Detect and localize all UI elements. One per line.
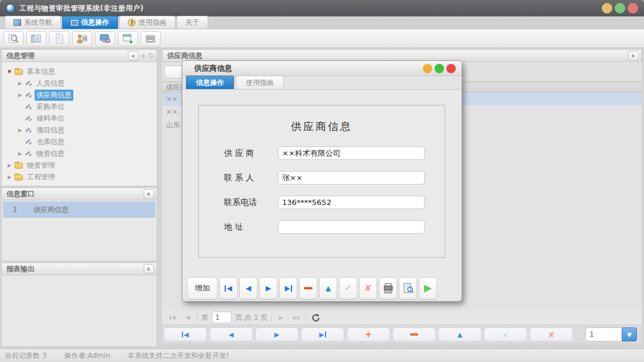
dialog-minimize-button[interactable] [423, 64, 432, 73]
tree-item-label: 人员信息 [35, 78, 66, 89]
chevron-right-icon[interactable]: ▶ [6, 163, 12, 168]
tree-item-basic-info[interactable]: ▼ 基本信息 [2, 66, 157, 77]
list-view-button[interactable] [26, 31, 46, 46]
dialog-tab-bar: 信息操作 使用指南 [182, 76, 462, 90]
window-controls [602, 3, 638, 13]
edit-record-button[interactable]: ▲ [438, 327, 482, 341]
combo-dropdown-button[interactable]: ▼ [622, 327, 637, 341]
search-button[interactable] [4, 31, 23, 46]
add-icon[interactable]: + [140, 52, 147, 60]
page-number-input[interactable] [212, 312, 232, 323]
cancel-record-button[interactable]: ✘ [530, 327, 573, 341]
add-button[interactable]: 增加 [187, 277, 218, 299]
tree-item-material-management[interactable]: ▶ 物资管理 [2, 159, 157, 171]
edit-record-button[interactable]: ▲ [319, 277, 337, 299]
print-button[interactable] [379, 277, 397, 299]
operator-status: 操作者:Admin [64, 351, 110, 361]
chevron-right-icon[interactable]: ▶ [17, 151, 23, 156]
cancel-button[interactable]: ✘ [359, 277, 377, 299]
tab-label: 使用指南 [246, 78, 274, 88]
dialog-tab-user-guide[interactable]: 使用指南 [236, 76, 284, 89]
next-record-button[interactable]: ▶ [255, 327, 299, 341]
tree-item-purchasing-unit[interactable]: ▶ 采购单位 [2, 101, 157, 112]
list-item[interactable]: 1 供应商信息 [3, 202, 155, 218]
collapse-panel-button[interactable]: « [144, 264, 154, 274]
printer-icon [382, 283, 394, 293]
last-record-button[interactable]: ▶ [279, 277, 297, 299]
prev-page-button[interactable]: ◀ [182, 312, 194, 323]
print-preview-button[interactable] [399, 277, 417, 299]
last-page-button[interactable]: ▶ [290, 312, 302, 323]
first-record-button[interactable]: ◀ [164, 327, 207, 341]
tree-item-personnel-info[interactable]: ▶ 人员信息 [2, 77, 157, 89]
tab-info-operation[interactable]: 信息操作 [62, 16, 118, 29]
record-nav-toolbar: ◀ ◀ ▶ ▶ + ▲ ✓ ✘ ▼ [162, 326, 642, 343]
close-button[interactable] [628, 3, 638, 13]
chevron-right-icon[interactable]: ▶ [6, 175, 12, 180]
collapse-sidebar-button[interactable]: « [128, 51, 138, 60]
minimize-button[interactable] [602, 3, 612, 13]
tool-icon [25, 138, 32, 145]
collapse-panel-button[interactable]: « [628, 51, 639, 60]
dialog-maximize-button[interactable] [435, 64, 444, 73]
last-record-button[interactable]: ▶ [301, 327, 344, 341]
dialog-close-button[interactable] [446, 64, 456, 73]
refresh-icon [311, 313, 320, 322]
cell-supplier: ×× [166, 108, 178, 116]
tree-item-warehouse-info[interactable]: ▶ 仓库信息 [2, 136, 157, 148]
confirm-button[interactable]: ✓ [339, 277, 357, 299]
delete-record-button[interactable] [392, 327, 436, 341]
tree-item-label: 项目信息 [35, 125, 66, 136]
contact-phone-input[interactable] [278, 196, 425, 209]
monitor-globe-icon [99, 33, 111, 44]
tree-item-material-request-unit[interactable]: ▶ 领料单位 [2, 112, 157, 124]
dialog-tab-info-operation[interactable]: 信息操作 [186, 76, 234, 89]
tree-item-supplier-info[interactable]: ▶ 供应商信息 [2, 89, 157, 101]
document-button[interactable] [49, 31, 69, 46]
info-management-panel-header: 信息管理 « + ↻ [1, 49, 157, 62]
tree-item-label: 供应商信息 [35, 90, 73, 101]
window-title: 工程与物资审批管理系统(非注册用户) [19, 4, 144, 13]
form-row-address: 地 址 [224, 220, 425, 234]
confirm-record-button[interactable]: ✓ [484, 327, 527, 341]
tree-item-project-info[interactable]: ▶ 项目信息 [2, 124, 157, 136]
next-page-button[interactable]: ▶ [275, 312, 287, 323]
delete-record-button[interactable] [299, 277, 317, 299]
maximize-button[interactable] [615, 3, 625, 13]
chevron-right-icon[interactable]: ▶ [17, 128, 23, 133]
record-count-combo: ▼ [585, 327, 637, 341]
first-page-button[interactable]: ◀ [167, 312, 178, 323]
refresh-icon[interactable]: ↻ [148, 52, 154, 59]
address-input[interactable] [278, 220, 425, 234]
chevron-right-icon[interactable]: ▶ [17, 81, 23, 86]
grid-pager: ◀ ◀ 第 页,共 1 页 ▶ ▶ [162, 310, 642, 325]
page-total-label: 页,共 1 页 [235, 313, 267, 323]
tab-system-nav[interactable]: 系统导航 [5, 16, 61, 29]
add-record-button[interactable]: + [347, 327, 390, 341]
contact-person-input[interactable] [278, 171, 425, 185]
info-window-list: 1 供应商信息 [1, 200, 157, 261]
first-record-button[interactable]: ◀ [219, 277, 238, 299]
run-button[interactable]: ▶ [419, 277, 437, 299]
user-report-button[interactable] [72, 31, 92, 46]
tree-item-engineering-management[interactable]: ▶ 工程管理 [2, 171, 157, 183]
tab-user-guide[interactable]: ? 使用指南 [119, 16, 175, 29]
supplier-form: 供应商信息 供 应 商 联 系 人 联系电话 地 址 [198, 105, 445, 258]
tree-item-label: 采购单位 [35, 101, 66, 112]
chevron-right-icon[interactable]: ▶ [17, 93, 23, 98]
window-add-button[interactable] [118, 31, 138, 46]
refresh-button[interactable] [310, 312, 321, 323]
dialog-title-bar[interactable]: 供应商信息 [182, 61, 462, 76]
collapse-panel-button[interactable]: « [144, 189, 154, 199]
prev-record-button[interactable]: ◀ [239, 277, 257, 299]
archive-button[interactable] [141, 31, 161, 46]
supplier-name-input[interactable] [278, 146, 425, 160]
chevron-down-icon[interactable]: ▼ [6, 69, 12, 74]
tab-about[interactable]: 关于 [177, 16, 208, 29]
info-window-panel-header: 信息窗口 « [1, 187, 157, 200]
record-count-input[interactable] [585, 327, 622, 341]
tree-item-material-info[interactable]: ▶ 物资信息 [2, 148, 157, 159]
monitor-globe-button[interactable] [95, 31, 115, 46]
next-record-button[interactable]: ▶ [259, 277, 277, 299]
prev-record-button[interactable]: ◀ [209, 327, 253, 341]
